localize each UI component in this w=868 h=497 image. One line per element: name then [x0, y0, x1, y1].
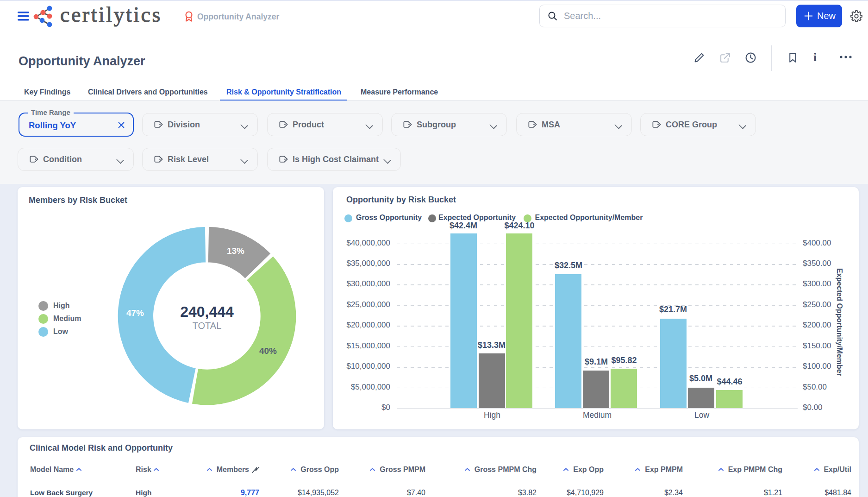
svg-text:240,444: 240,444	[180, 303, 234, 320]
svg-text:40%: 40%	[259, 346, 277, 356]
svg-text:TOTAL: TOTAL	[193, 321, 222, 331]
svg-text:13%: 13%	[227, 246, 244, 256]
svg-text:47%: 47%	[126, 308, 144, 318]
